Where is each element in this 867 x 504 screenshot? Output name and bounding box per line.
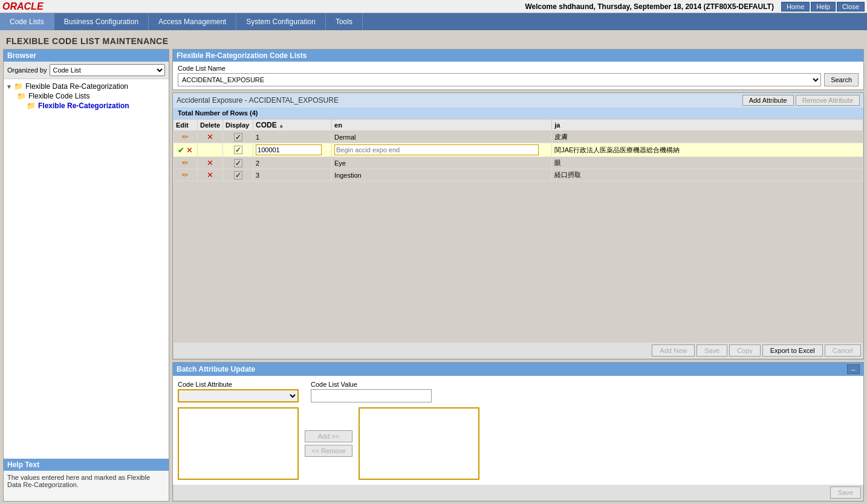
tree-area: ▼ 📁 Flexible Data Re-Categorization 📁 Fl… <box>4 79 169 459</box>
batch-header: Batch Attribute Update -- <box>173 363 863 376</box>
right-panel: Flexible Re-Categorization Code Lists Co… <box>172 49 864 502</box>
table-row-editing: ✔ ✕ ✓ 関JAE行政法人医薬品医療機器総合機構納 <box>174 143 863 157</box>
save-table-button[interactable]: Save <box>697 344 727 357</box>
exposure-header-row: Accidental Exposure - ACCIDENTAL_EXPOSUR… <box>173 93 863 108</box>
top-bar: ORACLE Welcome shdhaund, Thursday, Septe… <box>0 0 867 13</box>
batch-save-button[interactable]: Save <box>830 486 861 499</box>
ja-cell: 経口摂取 <box>552 169 863 181</box>
tab-business-configuration[interactable]: Business Configuration <box>54 13 149 30</box>
code-list-attribute-label: Code List Attribute <box>178 381 299 388</box>
tree-item-flexible-recategorization[interactable]: 📁 Flexible Re-Categorization <box>25 101 166 111</box>
batch-section: Batch Attribute Update -- Code List Attr… <box>172 362 864 502</box>
add-transfer-button[interactable]: Add >> <box>305 430 352 442</box>
folder-icon: 📁 <box>27 102 36 110</box>
home-button[interactable]: Home <box>781 2 810 11</box>
tab-tools[interactable]: Tools <box>326 13 363 30</box>
target-transfer-box[interactable] <box>359 407 479 480</box>
help-text-header: Help Text <box>4 459 169 471</box>
code-cell: 1 <box>253 131 332 143</box>
search-button[interactable]: Search <box>824 73 859 86</box>
table-body: ✏ ✕ ✓ 1 Dermal 皮膚 ✔ ✕ <box>174 131 863 181</box>
sort-icon: ▲ <box>279 123 284 129</box>
ja-cell: 皮膚 <box>552 131 863 143</box>
col-edit: Edit <box>174 120 198 131</box>
display-checkbox[interactable]: ✓ <box>234 159 242 167</box>
code-input[interactable] <box>256 144 322 155</box>
welcome-text: Welcome shdhaund, Thursday, September 18… <box>525 2 773 11</box>
code-list-attribute-select[interactable] <box>178 389 299 402</box>
edit-icon[interactable]: ✏ <box>182 158 189 167</box>
batch-collapse-button[interactable]: -- <box>847 364 860 374</box>
delete-icon[interactable]: ✕ <box>207 170 213 179</box>
remove-attribute-button[interactable]: Remove Attribute <box>796 95 860 106</box>
copy-button[interactable]: Copy <box>729 344 761 357</box>
code-cell: 2 <box>253 157 332 169</box>
cancel-button[interactable]: Cancel <box>825 344 861 357</box>
flexible-recat-header: Flexible Re-Categorization Code Lists <box>173 50 863 62</box>
exposure-title: Accidental Exposure - ACCIDENTAL_EXPOSUR… <box>177 96 339 105</box>
source-transfer-box[interactable] <box>178 407 299 480</box>
delete-icon[interactable]: ✕ <box>207 158 213 167</box>
close-button[interactable]: Close <box>837 2 865 11</box>
tab-access-management[interactable]: Access Management <box>149 13 236 30</box>
tree-item-flexible-code-lists[interactable]: 📁 Flexible Code Lists <box>16 91 166 101</box>
display-checkbox[interactable]: ✓ <box>234 133 242 141</box>
en-cell: Dermal <box>332 131 552 143</box>
flexible-recat-section: Flexible Re-Categorization Code Lists Co… <box>172 49 864 90</box>
help-text-content: The values entered here and marked as Fl… <box>4 471 169 501</box>
code-list-attribute-field: Code List Attribute <box>178 381 299 402</box>
col-display: Display <box>223 120 253 131</box>
code-list-name-area: Code List Name ACCIDENTAL_EXPOSURE Searc… <box>173 62 863 89</box>
ja-cell-editing: 関JAE行政法人医薬品医療機器総合機構納 <box>552 143 863 157</box>
data-table: Edit Delete Display CODE ▲ en ja <box>173 119 863 181</box>
tree-item-label: Flexible Data Re-Categorization <box>25 82 128 91</box>
col-code: CODE ▲ <box>253 120 332 131</box>
table-row: ✏ ✕ ✓ 1 Dermal 皮膚 <box>174 131 863 143</box>
export-excel-button[interactable]: Export to Excel <box>762 344 823 357</box>
table-row: ✏ ✕ ✓ 3 Ingestion 経口摂取 <box>174 169 863 181</box>
code-list-value-label: Code List Value <box>311 381 432 388</box>
tab-system-configuration[interactable]: System Configuration <box>236 13 326 30</box>
main-layout: Browser Organized by Code List ▼ 📁 Flexi… <box>0 49 867 504</box>
sidebar-header: Browser <box>4 50 169 62</box>
data-table-wrapper: Edit Delete Display CODE ▲ en ja <box>173 119 863 343</box>
remove-transfer-button[interactable]: << Remove <box>305 445 352 457</box>
code-list-dropdown[interactable]: ACCIDENTAL_EXPOSURE <box>178 73 821 86</box>
organized-by-label: Organized by <box>7 66 47 74</box>
add-attribute-button[interactable]: Add Attribute <box>742 95 794 106</box>
batch-transfer-row: Add >> << Remove <box>178 407 859 480</box>
code-list-value-input[interactable] <box>311 389 432 402</box>
code-cell: 3 <box>253 169 332 181</box>
sidebar: Browser Organized by Code List ▼ 📁 Flexi… <box>3 49 169 502</box>
organized-by-select[interactable]: Code List <box>50 64 165 76</box>
batch-save-row: Save <box>173 485 863 501</box>
cancel-row-icon[interactable]: ✕ <box>186 146 193 155</box>
tab-code-lists[interactable]: Code Lists <box>0 13 54 30</box>
add-new-button[interactable]: Add New <box>652 344 695 357</box>
display-checkbox[interactable]: ✓ <box>234 146 242 154</box>
display-checkbox[interactable]: ✓ <box>234 171 242 179</box>
rows-header: Total Number of Rows (4) <box>173 108 863 119</box>
organized-by-row: Organized by Code List <box>4 62 169 79</box>
tree-item-label: Flexible Code Lists <box>28 92 89 100</box>
help-button[interactable]: Help <box>811 2 836 11</box>
col-en: en <box>332 120 552 131</box>
tree-item-flexible-data-recategorization[interactable]: ▼ 📁 Flexible Data Re-Categorization <box>6 82 166 91</box>
tree-item-label: Flexible Re-Categorization <box>38 102 129 110</box>
ja-cell: 眼 <box>552 157 863 169</box>
code-list-name-row: ACCIDENTAL_EXPOSURE Search <box>178 73 859 86</box>
folder-icon: 📁 <box>14 82 23 91</box>
tree-toggle-icon[interactable]: ▼ <box>6 83 12 90</box>
edit-icon[interactable]: ✏ <box>182 132 189 141</box>
bottom-buttons: Add New Save Copy Export to Excel Cancel <box>173 343 863 359</box>
page-title: FLEXIBLE CODE LIST MAINTENANCE <box>0 30 867 49</box>
table-row: ✏ ✕ ✓ 2 Eye 眼 <box>174 157 863 169</box>
save-row-icon[interactable]: ✔ <box>178 146 184 155</box>
code-list-name-label: Code List Name <box>178 65 859 72</box>
en-input[interactable] <box>334 144 538 155</box>
exposure-buttons: Add Attribute Remove Attribute <box>742 95 860 106</box>
top-right-area: Welcome shdhaund, Thursday, September 18… <box>525 2 865 11</box>
delete-icon[interactable]: ✕ <box>207 132 213 141</box>
nav-bar: Code Lists Business Configuration Access… <box>0 13 867 30</box>
edit-icon[interactable]: ✏ <box>182 170 189 179</box>
